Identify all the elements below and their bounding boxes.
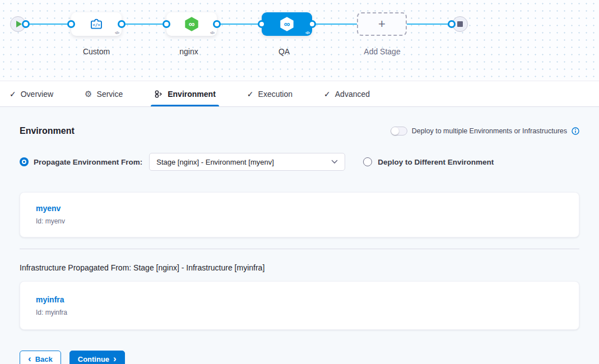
tab-label: Advanced <box>335 90 370 99</box>
svg-text:</>: </> <box>92 22 100 27</box>
propagate-environment-label: Propagate Environment From: <box>34 158 142 166</box>
tab-label: Overview <box>21 90 53 99</box>
harness-deploy-icon: ∞ <box>280 17 294 31</box>
radio-propagate-environment[interactable] <box>20 157 29 166</box>
section-divider <box>20 249 579 249</box>
stage-node-qa[interactable]: ∞ </> <box>262 12 312 36</box>
stage-tabbar: ✓ Overview ⚙ Service Environment ✓ Execu… <box>0 81 599 107</box>
stop-icon <box>457 21 463 27</box>
environment-id: Id: myenv <box>36 217 563 225</box>
tab-advanced[interactable]: ✓ Advanced <box>323 81 371 106</box>
infrastructure-propagated-heading: Infrastructure Propagated From: Stage [n… <box>20 263 579 272</box>
port <box>162 20 170 28</box>
check-icon: ✓ <box>247 90 254 99</box>
custom-stage-icon: </> <box>89 17 104 31</box>
port <box>22 20 30 28</box>
harness-deploy-icon: ∞ <box>184 17 199 31</box>
back-button-label: Back <box>35 355 53 363</box>
tab-label: Execution <box>258 90 292 99</box>
wizard-footer: ‹ Back Continue › <box>20 351 579 364</box>
infrastructure-id: Id: myinfra <box>36 309 563 316</box>
multi-env-toggle[interactable] <box>391 127 407 136</box>
environment-card: myenv Id: myenv <box>20 192 579 237</box>
tab-service[interactable]: ⚙ Service <box>83 81 124 106</box>
port <box>448 20 456 28</box>
port <box>213 20 221 28</box>
tab-label: Service <box>97 90 123 99</box>
chevron-right-icon: › <box>113 354 117 363</box>
add-stage-button[interactable]: + <box>357 12 407 36</box>
play-icon <box>16 21 22 27</box>
code-view-badge: </> <box>305 31 309 35</box>
code-view-badge: </> <box>210 31 214 35</box>
tab-environment[interactable]: Environment <box>153 81 217 106</box>
stage-node-custom[interactable]: </> </> <box>71 12 122 36</box>
continue-button[interactable]: Continue › <box>69 351 125 364</box>
plus-icon: + <box>378 18 386 30</box>
stage-label-custom: Custom <box>63 47 130 56</box>
pipeline-canvas: </> </> ∞ </> ∞ </> + Custom nginx QA Ad… <box>0 0 599 81</box>
toggle-knob <box>391 127 399 135</box>
stage-label-add-stage: Add Stage <box>349 47 416 56</box>
environment-name-link[interactable]: myenv <box>36 204 61 213</box>
tab-overview[interactable]: ✓ Overview <box>8 81 54 106</box>
back-button[interactable]: ‹ Back <box>20 351 61 364</box>
stage-label-nginx: nginx <box>155 47 222 56</box>
port <box>258 20 266 28</box>
port <box>67 20 75 28</box>
deploy-different-environment-label: Deploy to Different Environment <box>378 158 494 166</box>
radio-deploy-different-environment[interactable] <box>363 157 372 166</box>
code-view-badge: </> <box>115 31 119 35</box>
chevron-left-icon: ‹ <box>28 354 31 363</box>
tab-label: Environment <box>168 90 216 99</box>
infrastructure-name-link[interactable]: myinfra <box>36 295 64 304</box>
info-icon[interactable] <box>572 127 579 135</box>
check-icon: ✓ <box>10 90 16 99</box>
continue-button-label: Continue <box>78 355 109 363</box>
multi-env-toggle-label: Deploy to multiple Environments or Infra… <box>412 127 567 135</box>
stage-node-nginx[interactable]: ∞ </> <box>166 12 217 36</box>
chevron-down-icon <box>331 160 338 164</box>
stage-label-qa: QA <box>250 47 318 56</box>
tab-execution[interactable]: ✓ Execution <box>246 81 294 106</box>
propagate-stage-select[interactable]: Stage [nginx] - Environment [myenv] <box>149 153 345 171</box>
environment-tab-panel: Environment Deploy to multiple Environme… <box>0 107 599 364</box>
propagate-stage-select-value: Stage [nginx] - Environment [myenv] <box>156 158 274 166</box>
port <box>308 20 316 28</box>
environments-icon <box>154 90 163 99</box>
active-tab-underline <box>151 105 219 106</box>
check-icon: ✓ <box>324 90 331 99</box>
gear-icon: ⚙ <box>85 89 92 99</box>
infrastructure-card: myinfra Id: myinfra <box>20 281 579 330</box>
page-title: Environment <box>20 126 75 136</box>
port <box>118 20 126 28</box>
